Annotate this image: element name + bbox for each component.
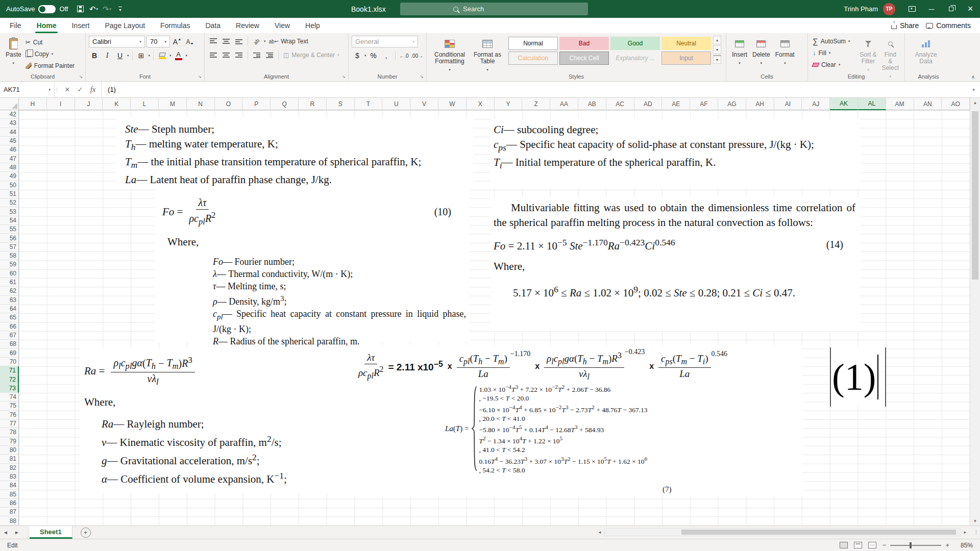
column-header-W[interactable]: W [438,98,467,110]
row-header-69[interactable]: 69 [0,348,19,357]
ribbon-tab-home[interactable]: Home [29,18,64,33]
row-header-67[interactable]: 67 [0,331,19,340]
cancel-button[interactable]: ✕ [62,84,73,95]
column-header-P[interactable]: P [242,98,271,110]
row-header-60[interactable]: 60 [0,269,19,278]
spreadsheet-grid[interactable]: Ste— Steph number;Th— melting water temp… [19,110,970,525]
row-header-74[interactable]: 74 [0,393,19,402]
font-size-combo[interactable]: 70▾ [146,36,170,47]
zoom-out-button[interactable]: − [883,541,887,549]
conditional-formatting-button[interactable]: Conditional Formatting ▾ [430,36,470,74]
row-header-81[interactable]: 81 [0,455,19,463]
save-button[interactable] [74,3,86,15]
cell-style-calculation[interactable]: Calculation [508,52,558,65]
zoom-slider[interactable] [890,545,941,546]
user-name[interactable]: Trinh Pham [844,5,878,13]
ribbon-collapse-chevron[interactable]: ∧ [971,74,975,80]
autosum-button[interactable]: ∑AutoSum▾ [811,36,857,46]
ribbon-tab-help[interactable]: Help [298,18,328,33]
add-sheet-button[interactable]: + [81,528,91,538]
name-box[interactable]: AK71 ▾ [0,82,55,97]
column-header-M[interactable]: M [159,98,187,110]
column-header-U[interactable]: U [382,98,410,110]
wrap-text-button[interactable]: ab↩Wrap Text [267,36,310,47]
column-header-AJ[interactable]: AJ [802,98,830,110]
ribbon-tab-review[interactable]: Review [228,18,267,33]
cell-style-explanatory-[interactable]: Explanatory ... [610,52,660,65]
row-header-88[interactable]: 88 [0,516,19,525]
zoom-slider-knob[interactable] [910,542,912,548]
align-middle-button[interactable] [220,36,232,47]
row-header-56[interactable]: 56 [0,234,19,242]
redo-button[interactable]: ↷▾ [101,3,113,15]
scroll-down-arrow[interactable]: ▼ [970,516,980,525]
column-header-L[interactable]: L [131,98,159,110]
row-header-45[interactable]: 45 [0,137,19,145]
column-header-N[interactable]: N [187,98,215,110]
column-header-V[interactable]: V [410,98,438,110]
row-header-77[interactable]: 77 [0,419,19,428]
column-header-AH[interactable]: AH [746,98,774,110]
page-layout-view-button[interactable] [854,542,862,548]
column-header-AE[interactable]: AE [662,98,690,110]
row-header-55[interactable]: 55 [0,225,19,234]
column-header-AF[interactable]: AF [690,98,718,110]
select-all-corner[interactable] [0,98,19,110]
format-cells-button[interactable]: Format ▾ [773,36,797,68]
accounting-format-button[interactable]: $ [352,50,363,61]
underline-button[interactable]: U [114,50,126,61]
formula-bar-expand-button[interactable]: ▾ [967,82,980,97]
cell-style-normal[interactable]: Normal [508,37,558,50]
number-dialog-launcher[interactable]: ↘ [420,74,424,79]
cell-style-good[interactable]: Good [610,37,660,50]
column-header-AG[interactable]: AG [718,98,746,110]
decrease-indent-button[interactable] [251,49,262,61]
zoom-in-button[interactable]: + [945,541,949,549]
increase-decimal-button[interactable]: ←.0 [399,50,410,61]
row-header-75[interactable]: 75 [0,402,19,410]
cell-style-check-cell[interactable]: Check Cell [559,52,609,65]
decrease-font-size-button[interactable]: A▼ [184,36,195,47]
column-header-T[interactable]: T [355,98,383,110]
merge-center-button[interactable]: ◫Merge & Center▾ [282,50,341,61]
ribbon-tab-formulas[interactable]: Formulas [153,18,198,33]
cell-style-input[interactable]: Input [662,52,711,65]
row-header-64[interactable]: 64 [0,305,19,313]
column-header-AO[interactable]: AO [942,98,970,110]
increase-indent-button[interactable] [264,49,275,61]
tab-scrollbar-splitter[interactable]: ⁞ [975,529,980,536]
normal-view-button[interactable] [840,542,848,548]
column-header-AN[interactable]: AN [914,98,942,110]
horizontal-scrollbar[interactable]: ◄ ► [595,527,970,538]
bold-button[interactable]: B [89,50,100,61]
clipboard-dialog-launcher[interactable]: ↘ [79,74,83,79]
align-center-button[interactable] [220,49,232,61]
vertical-scrollbar[interactable]: ▲ ▼ [970,98,980,525]
row-header-73[interactable]: 73 [0,384,19,393]
column-header-AC[interactable]: AC [606,98,634,110]
restore-button[interactable] [941,0,961,18]
row-header-63[interactable]: 63 [0,296,19,305]
autosave-toggle[interactable]: AutoSave Off [6,5,68,13]
column-header-X[interactable]: X [467,98,495,110]
row-header-79[interactable]: 79 [0,437,19,446]
row-header-82[interactable]: 82 [0,464,19,472]
column-header-K[interactable]: K [103,98,131,110]
ribbon-tab-page-layout[interactable]: Page Layout [97,18,153,33]
page-break-view-button[interactable] [868,542,876,548]
row-header-87[interactable]: 87 [0,508,19,516]
zoom-level[interactable]: 85% [955,542,973,549]
name-box-splitter[interactable]: ⁞ [55,82,59,97]
row-header-84[interactable]: 84 [0,481,19,490]
ribbon-tab-file[interactable]: File [2,18,29,33]
row-header-62[interactable]: 62 [0,287,19,295]
clear-button[interactable]: Clear▾ [811,59,857,70]
avatar[interactable]: TP [883,3,895,15]
column-header-AD[interactable]: AD [634,98,663,110]
font-dialog-launcher[interactable]: ↘ [198,74,202,79]
ribbon-tab-data[interactable]: Data [198,18,228,33]
cell-style-bad[interactable]: Bad [559,37,609,50]
row-header-53[interactable]: 53 [0,207,19,216]
copy-button[interactable]: Copy▾ [24,48,76,59]
row-header-43[interactable]: 43 [0,119,19,128]
